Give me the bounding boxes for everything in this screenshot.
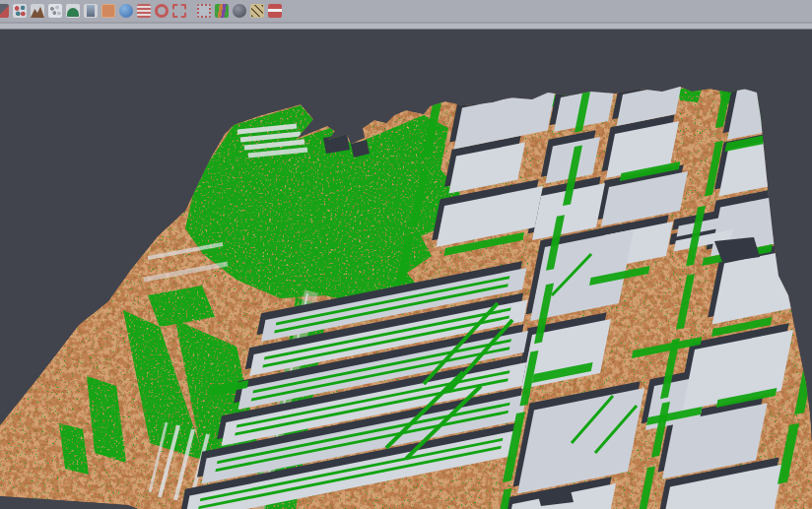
ground-points-icon[interactable] [66, 4, 80, 18]
classification-icon[interactable] [215, 4, 229, 18]
measure-icon[interactable] [250, 4, 264, 18]
point-cloud-icon[interactable] [48, 4, 62, 18]
toolbar-area [0, 0, 812, 30]
globe-view-icon[interactable] [119, 4, 133, 18]
viewport-top-border [0, 29, 812, 30]
circle-selection-icon[interactable] [155, 4, 169, 18]
polygon-selection-icon[interactable] [197, 4, 211, 18]
toolbar-group [195, 0, 282, 18]
flag-marker-icon[interactable] [268, 4, 282, 18]
terrain-model-icon[interactable] [31, 4, 44, 18]
point-cloud-scene[interactable] [0, 0, 812, 509]
toolbar [0, 0, 812, 22]
sphere-render-icon[interactable] [233, 4, 246, 18]
viewport-3d[interactable] [0, 0, 812, 509]
ortho-image-icon[interactable] [102, 4, 115, 18]
application-window [0, 0, 812, 509]
cross-section-icon[interactable] [84, 4, 98, 18]
toolbar-group [0, 0, 186, 18]
profile-icon[interactable] [137, 4, 151, 18]
rectangle-selection-icon[interactable] [172, 4, 186, 18]
snapshot-icon[interactable] [0, 4, 9, 18]
registration-icon[interactable] [13, 4, 27, 18]
